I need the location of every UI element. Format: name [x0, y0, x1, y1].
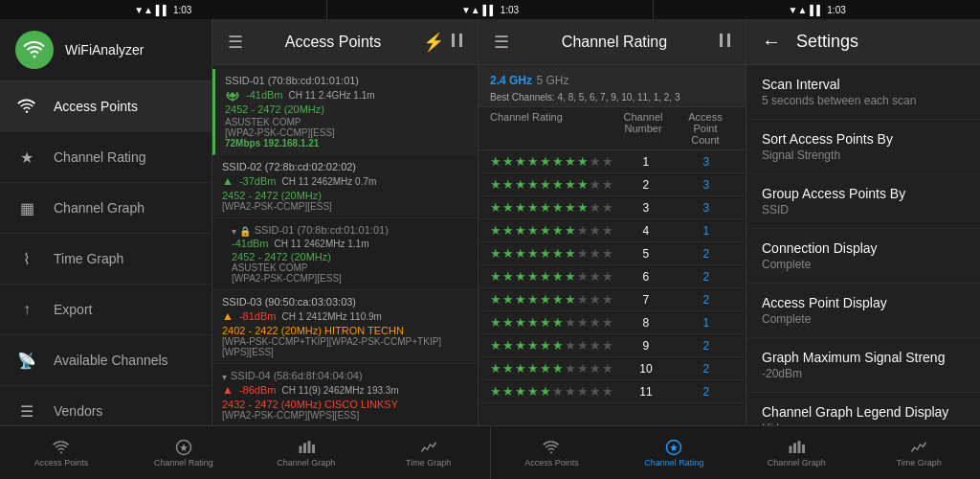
- star-filled: ★: [552, 269, 564, 284]
- star-filled: ★: [577, 200, 589, 215]
- pause-icon[interactable]: [448, 28, 466, 56]
- channel-rating-row[interactable]: ★★★★★★★★★★ 7 2: [479, 288, 746, 311]
- channel-rating-row[interactable]: ★★★★★★★★★★ 5 2: [479, 242, 746, 265]
- bottom-nav-label: Channel Rating: [154, 458, 213, 468]
- cr-count[interactable]: 3: [679, 155, 734, 169]
- channel-rating-row[interactable]: ★★★★★★★★★★ 2 3: [479, 173, 746, 196]
- star-empty: ★: [577, 338, 589, 353]
- ap-ssid: SSID-01 (70:8b:cd:01:01:01): [255, 224, 389, 236]
- cr-channel-number: 1: [613, 155, 679, 169]
- channel-rating-column-headers: Channel Rating ChannelNumber AccessPoint…: [479, 107, 746, 150]
- menu-icon[interactable]: ☰: [224, 28, 247, 57]
- filter-icon[interactable]: ⚡: [419, 28, 448, 57]
- star-filled: ★: [515, 246, 526, 261]
- cr-count[interactable]: 3: [679, 178, 734, 192]
- settings-item-value: 5 seconds between each scan: [762, 94, 965, 107]
- star-filled: ★: [515, 338, 526, 353]
- svg-rect-6: [303, 443, 306, 453]
- bottom-nav-icon: [298, 439, 315, 456]
- ap-item-ssid02[interactable]: SSID-02 (72:8b:cd:02:02:02) ▲ -37dBm CH …: [212, 155, 478, 218]
- svg-point-0: [33, 56, 36, 58]
- channel-rating-row[interactable]: ★★★★★★★★★★ 8 1: [479, 311, 746, 334]
- cr-count[interactable]: 2: [679, 339, 734, 353]
- star-empty: ★: [590, 292, 601, 307]
- sidebar-item-access-points[interactable]: Access Points: [0, 81, 212, 132]
- star-empty: ★: [602, 338, 613, 353]
- status-bars: ▼▲ ▌▌ 1:03 ▼▲ ▌▌ 1:03 ▼▲ ▌▌ 1:03: [0, 0, 980, 19]
- bottom-nav-access-points-1[interactable]: Access Points: [0, 426, 122, 479]
- star-filled: ★: [540, 223, 551, 238]
- cr-count[interactable]: 1: [679, 316, 734, 330]
- settings-item[interactable]: Channel Graph Legend Display Hide: [746, 393, 980, 425]
- channel-rating-icon: ★: [15, 146, 38, 169]
- star-filled: ★: [577, 154, 589, 169]
- back-button[interactable]: ←: [762, 31, 781, 53]
- sidebar-item-time-graph[interactable]: ⌇ Time Graph: [0, 234, 212, 285]
- channel-rating-row[interactable]: ★★★★★★★★★★ 3 3: [479, 196, 746, 219]
- channel-rating-row[interactable]: ★★★★★★★★★★ 9 2: [479, 334, 746, 357]
- bottom-nav-icon: [788, 439, 805, 456]
- cr-count[interactable]: 1: [679, 224, 734, 238]
- bottom-nav-channel-rating-1[interactable]: Channel Rating: [122, 426, 245, 479]
- channel-rating-row[interactable]: ★★★★★★★★★★ 1 3: [479, 150, 746, 173]
- star-empty: ★: [565, 361, 576, 376]
- menu-icon[interactable]: ☰: [490, 28, 513, 57]
- cr-count[interactable]: 2: [679, 385, 734, 399]
- cr-count[interactable]: 2: [679, 293, 734, 307]
- pause-icon-ch[interactable]: [716, 28, 734, 56]
- ap-item-ssid04[interactable]: ▾ SSID-04 (58:6d:8f:04:04:04) ▲ -86dBm C…: [212, 364, 478, 425]
- col-header-number: ChannelNumber: [610, 111, 677, 146]
- bottom-nav-access-points-2[interactable]: Access Points: [491, 426, 613, 479]
- settings-item[interactable]: Group Access Points By SSID: [746, 174, 980, 229]
- channel-graph-icon: ▦: [15, 196, 38, 219]
- channel-rating-row[interactable]: ★★★★★★★★★★ 11 2: [479, 380, 746, 403]
- bottom-nav-time-graph-1[interactable]: Time Graph: [368, 426, 490, 479]
- cr-stars: ★★★★★★★★★★: [490, 177, 613, 192]
- star-empty: ★: [602, 269, 613, 284]
- ap-signal-row: ▲ -81dBm CH 1 2412MHz 110.9m: [222, 309, 468, 323]
- bottom-nav-channel-graph-2[interactable]: Channel Graph: [735, 426, 858, 479]
- cr-count[interactable]: 3: [679, 201, 734, 215]
- star-empty: ★: [565, 315, 576, 330]
- freq-5ghz[interactable]: 5 GHz: [536, 74, 568, 87]
- settings-item[interactable]: Scan Interval 5 seconds between each sca…: [746, 65, 980, 120]
- ap-item-ssid03[interactable]: SSID-03 (90:50:ca:03:03:03) ▲ -81dBm CH …: [212, 290, 478, 364]
- bottom-nav-channel-graph-1[interactable]: Channel Graph: [245, 426, 368, 479]
- cr-count[interactable]: 2: [679, 247, 734, 261]
- channel-rating-row[interactable]: ★★★★★★★★★★ 4 1: [479, 219, 746, 242]
- sidebar-item-channel-rating[interactable]: ★ Channel Rating: [0, 132, 212, 183]
- sidebar-item-available-channels[interactable]: 📡 Available Channels: [0, 335, 212, 386]
- ap-item-ssid01-child[interactable]: ▾ 🔒 SSID-01 (70:8b:cd:01:01:01) -41dBm C…: [212, 218, 478, 290]
- bottom-nav-label: Access Points: [524, 458, 579, 468]
- bottom-nav-section-left: Access Points Channel Rating Channel Gra…: [0, 426, 491, 479]
- sidebar-item-label: Export: [54, 302, 92, 317]
- star-filled: ★: [552, 177, 564, 192]
- cr-channel-number: 9: [613, 339, 679, 353]
- freq-24ghz[interactable]: 2.4 GHz: [490, 74, 532, 87]
- cr-count[interactable]: 2: [679, 362, 734, 376]
- channel-rating-row[interactable]: ★★★★★★★★★★ 6 2: [479, 265, 746, 288]
- ap-item-ssid01-first[interactable]: SSID-01 (70:8b:cd:01:01:01) -41dBm CH 11…: [212, 69, 478, 155]
- settings-item-title: Sort Access Points By: [762, 131, 965, 147]
- sidebar-item-channel-graph[interactable]: ▦ Channel Graph: [0, 183, 212, 234]
- settings-item[interactable]: Graph Maximum Signal Streng -20dBm: [746, 338, 980, 393]
- sidebar-item-label: Channel Graph: [54, 200, 145, 216]
- settings-item[interactable]: Connection Display Complete: [746, 229, 980, 284]
- cr-count[interactable]: 2: [679, 270, 734, 284]
- sidebar-item-vendors[interactable]: ☰ Vendors: [0, 386, 212, 425]
- star-filled: ★: [540, 338, 551, 353]
- settings-item[interactable]: Access Point Display Complete: [746, 284, 980, 338]
- bottom-nav-time-graph-2[interactable]: Time Graph: [858, 426, 980, 479]
- channel-rating-panel: ☰ Channel Rating 2.4 GHz 5 GHz Best Chan…: [479, 19, 746, 425]
- cr-stars: ★★★★★★★★★★: [490, 384, 613, 399]
- sidebar-item-export[interactable]: ↑ Export: [0, 285, 212, 335]
- ap-signal-row: -41dBm CH 11 2462MHz 1.1m: [232, 238, 468, 249]
- bottom-nav-icon: [53, 439, 70, 456]
- cr-channel-number: 7: [613, 293, 679, 307]
- star-filled: ★: [490, 292, 501, 307]
- star-filled: ★: [552, 246, 564, 261]
- channel-rating-row[interactable]: ★★★★★★★★★★ 10 2: [479, 357, 746, 380]
- bottom-nav-channel-rating-2[interactable]: Channel Rating: [612, 426, 735, 479]
- settings-item[interactable]: Sort Access Points By Signal Strength: [746, 120, 980, 174]
- star-filled: ★: [527, 177, 539, 192]
